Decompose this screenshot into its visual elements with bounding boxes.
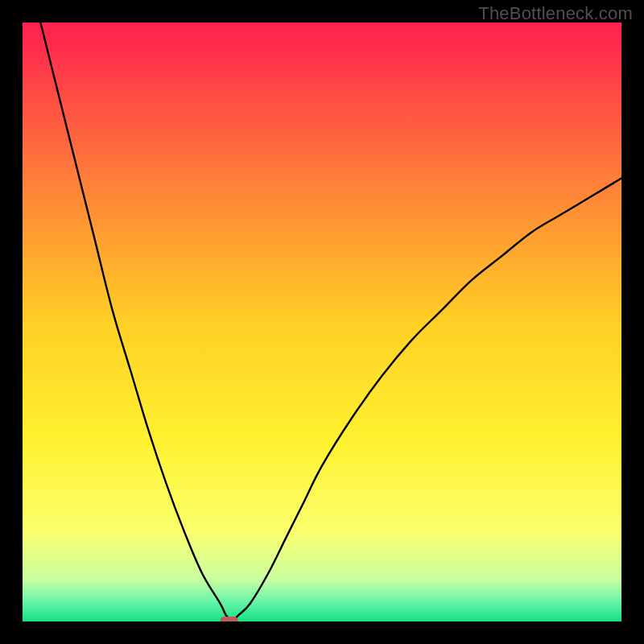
gradient-background: [23, 23, 621, 621]
optimal-marker: [221, 617, 238, 621]
chart-frame: TheBottleneck.com: [0, 0, 644, 644]
bottleneck-chart-svg: [23, 23, 621, 621]
plot-area: [23, 23, 621, 621]
watermark-text: TheBottleneck.com: [478, 3, 633, 24]
